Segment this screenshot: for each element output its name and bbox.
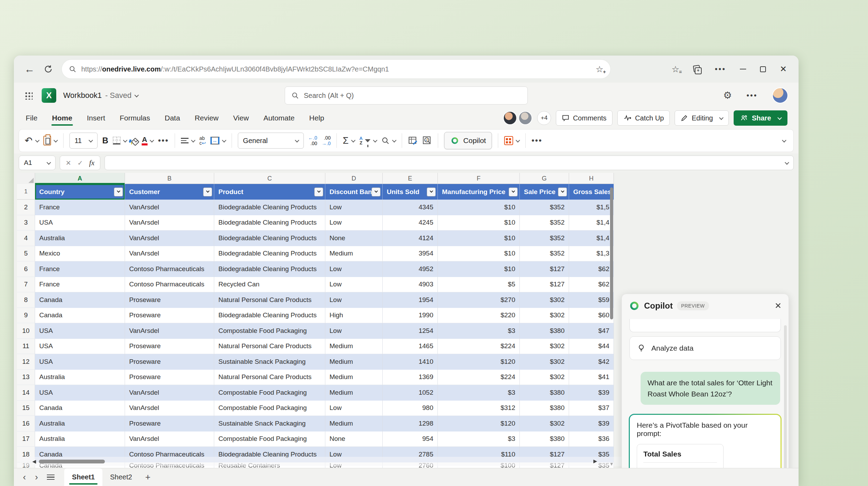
cell-14-c[interactable]: Compostable Food Packaging <box>214 385 325 401</box>
cell-13-d[interactable]: Medium <box>325 370 383 385</box>
cell-9-f[interactable]: $220 <box>438 308 520 324</box>
enter-entry-button[interactable]: ✓ <box>77 159 83 167</box>
cell-7-a[interactable]: France <box>35 277 125 293</box>
font-size-select[interactable]: 11 <box>69 133 98 149</box>
sheet-tab-sheet2[interactable]: Sheet2 <box>102 468 140 486</box>
cell-11-h[interactable]: $44 <box>569 339 614 354</box>
collapse-ribbon-button[interactable] <box>782 138 786 142</box>
cell-6-c[interactable]: Biodegradable Cleaning Products <box>214 261 325 277</box>
app-more-options-icon[interactable]: ••• <box>746 91 758 100</box>
collaborator-avatar[interactable] <box>518 111 532 125</box>
cell-16-a[interactable]: Australia <box>35 416 125 431</box>
table-header-customer[interactable]: Customer <box>125 184 214 200</box>
cell-12-f[interactable]: $120 <box>438 354 520 370</box>
cell-5-e[interactable]: 3954 <box>383 246 438 262</box>
cell-10-d[interactable]: Low <box>325 323 383 339</box>
filter-icon[interactable] <box>114 187 123 196</box>
cell-8-e[interactable]: 1954 <box>383 292 438 308</box>
column-header-d[interactable]: D <box>325 173 383 184</box>
cell-8-c[interactable]: Natural Personal Care Products <box>214 292 325 308</box>
title-chevron-icon[interactable] <box>134 93 139 97</box>
cell-8-d[interactable]: Low <box>325 292 383 308</box>
row-number[interactable]: 8 <box>17 292 35 308</box>
row-number[interactable]: 11 <box>17 339 35 354</box>
cell-5-b[interactable]: VanArsdel <box>125 246 214 262</box>
ribbon-overflow-button[interactable]: ••• <box>532 136 542 145</box>
font-color-button[interactable]: A <box>142 136 153 145</box>
merge-cells-button[interactable]: ↔ <box>210 137 226 144</box>
cell-13-e[interactable]: 1369 <box>383 370 438 385</box>
cell-6-d[interactable]: Low <box>325 261 383 277</box>
next-sheet-button[interactable]: › <box>35 472 38 483</box>
cell-13-f[interactable]: $224 <box>438 370 520 385</box>
cell-4-b[interactable]: VanArsdel <box>125 231 214 246</box>
cell-14-d[interactable]: Medium <box>325 385 383 401</box>
cell-5-d[interactable]: Medium <box>325 246 383 262</box>
cell-3-c[interactable]: Biodegradable Cleaning Products <box>214 215 325 231</box>
favorites-icon[interactable]: ☆≡ <box>671 65 679 74</box>
add-sheet-button[interactable]: + <box>140 468 156 486</box>
cell-16-h[interactable]: $39 <box>569 416 614 431</box>
table-header-discount-band[interactable]: Discount Band <box>325 184 383 200</box>
menu-tab-formulas[interactable]: Formulas <box>119 110 151 126</box>
cell-11-f[interactable]: $224 <box>438 339 520 354</box>
cell-11-g[interactable]: $302 <box>520 339 569 354</box>
maximize-button[interactable] <box>760 66 766 72</box>
cell-7-b[interactable]: Contoso Pharmaceuticals <box>125 277 214 293</box>
cell-12-c[interactable]: Sustainable Snack Packaging <box>214 354 325 370</box>
cancel-entry-button[interactable]: ✕ <box>66 159 71 167</box>
cell-8-a[interactable]: Canada <box>35 292 125 308</box>
cell-9-g[interactable]: $302 <box>520 308 569 324</box>
fill-color-button[interactable] <box>131 139 137 142</box>
cell-9-b[interactable]: Proseware <box>125 308 214 324</box>
cell-3-h[interactable]: $1,4 <box>569 215 614 231</box>
cell-17-g[interactable]: $380 <box>520 431 569 447</box>
cell-2-a[interactable]: France <box>35 200 125 215</box>
filter-icon[interactable] <box>372 187 381 196</box>
row-number[interactable]: 1 <box>17 184 35 200</box>
scroll-right-icon[interactable]: ▶ <box>593 458 597 464</box>
cell-7-d[interactable]: Low <box>325 277 383 293</box>
comments-button[interactable]: Comments <box>556 110 612 126</box>
number-format-select[interactable]: General <box>238 133 304 149</box>
cell-12-a[interactable]: USA <box>35 354 125 370</box>
row-number[interactable]: 14 <box>17 385 35 401</box>
menu-tab-help[interactable]: Help <box>309 110 325 126</box>
cell-7-f[interactable]: $5 <box>438 277 520 293</box>
prev-sheet-button[interactable]: ‹ <box>23 472 26 483</box>
cell-4-a[interactable]: Australia <box>35 231 125 246</box>
cell-3-g[interactable]: $352 <box>520 215 569 231</box>
cell-12-b[interactable]: Proseware <box>125 354 214 370</box>
collaborator-overflow-badge[interactable]: +4 <box>537 111 551 125</box>
sheet-tab-sheet1[interactable]: Sheet1 <box>64 468 102 486</box>
menu-tab-data[interactable]: Data <box>164 110 181 126</box>
formula-input[interactable] <box>105 156 794 170</box>
cell-8-f[interactable]: $270 <box>438 292 520 308</box>
sort-filter-button[interactable]: AZ <box>359 136 377 145</box>
filter-icon[interactable] <box>203 187 212 196</box>
cell-13-c[interactable]: Natural Personal Care Products <box>214 370 325 385</box>
decrease-decimal-button[interactable]: ←.0.00 <box>308 135 317 146</box>
find-button[interactable] <box>381 136 396 145</box>
menu-tab-insert[interactable]: Insert <box>86 110 106 126</box>
cell-12-g[interactable]: $302 <box>520 354 569 370</box>
menu-tab-view[interactable]: View <box>232 110 249 126</box>
minimize-button[interactable] <box>740 69 746 69</box>
collections-icon[interactable] <box>693 65 701 73</box>
cell-7-c[interactable]: Recycled Can <box>214 277 325 293</box>
cell-2-f[interactable]: $10 <box>438 200 520 215</box>
cell-6-g[interactable]: $127 <box>520 261 569 277</box>
cell-9-h[interactable]: $60 <box>569 308 614 324</box>
cell-5-c[interactable]: Biodegradable Cleaning Products <box>214 246 325 262</box>
account-avatar[interactable] <box>772 87 788 103</box>
cell-4-f[interactable]: $10 <box>438 231 520 246</box>
table-header-country[interactable]: Country <box>35 184 125 200</box>
increase-decimal-button[interactable]: .00→.0 <box>322 135 331 146</box>
column-header-c[interactable]: C <box>214 173 325 184</box>
align-button[interactable] <box>181 138 195 143</box>
cell-15-e[interactable]: 980 <box>383 401 438 416</box>
close-button[interactable]: ✕ <box>780 65 787 73</box>
cell-14-f[interactable]: $3 <box>438 385 520 401</box>
bookmark-add-icon[interactable]: ☆+ <box>596 65 603 74</box>
select-all-button[interactable] <box>17 173 35 184</box>
